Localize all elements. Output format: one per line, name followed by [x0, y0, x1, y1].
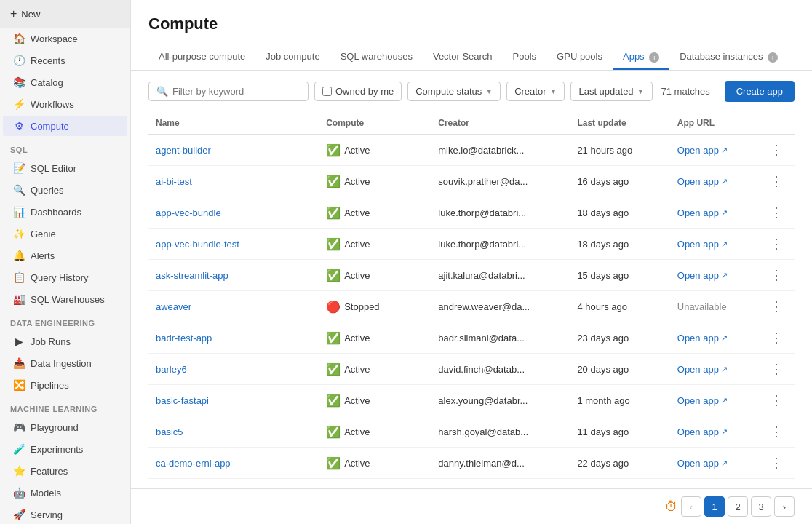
owned-by-me-checkbox[interactable]	[322, 87, 332, 96]
open-app-link[interactable]: Open app ↗	[677, 270, 751, 281]
sidebar-item-dashboards[interactable]: 📊 Dashboards	[3, 202, 127, 222]
app-name-link[interactable]: agent-builder	[156, 145, 211, 156]
creator-label: Creator	[514, 86, 546, 97]
sidebar-item-job-runs[interactable]: ▶ Job Runs	[3, 331, 127, 352]
page-3-button[interactable]: 3	[751, 496, 771, 517]
app-name-link[interactable]: ca-demo-erni-app	[156, 458, 231, 469]
sidebar-item-recents[interactable]: 🕐 Recents	[3, 50, 127, 71]
tab-sql-warehouses[interactable]: SQL warehouses	[330, 45, 423, 70]
prev-page-button[interactable]: ‹	[681, 496, 701, 517]
sidebar-item-serving[interactable]: 🚀 Serving	[3, 504, 127, 524]
compute-status-filter[interactable]: Compute status ▼	[407, 82, 501, 101]
sidebar-item-queries[interactable]: 🔍 Queries	[3, 180, 127, 200]
app-url-cell: Open app ↗	[670, 322, 758, 354]
app-name-link[interactable]: ai-bi-test	[156, 176, 192, 187]
sidebar-item-alerts[interactable]: 🔔 Alerts	[3, 245, 127, 266]
open-app-link[interactable]: Open app ↗	[677, 176, 751, 187]
sql-editor-icon: 📝	[13, 162, 25, 174]
sidebar-item-data-ingestion[interactable]: 📥 Data Ingestion	[3, 353, 127, 373]
sidebar-item-compute[interactable]: ⚙ Compute	[3, 116, 127, 136]
playground-icon: 🎮	[13, 421, 25, 433]
sidebar-item-experiments[interactable]: 🧪 Experiments	[3, 439, 127, 459]
sidebar-item-workflows[interactable]: ⚡ Workflows	[3, 94, 127, 114]
open-app-link[interactable]: Open app ↗	[677, 364, 751, 375]
open-app-link[interactable]: Open app ↗	[677, 458, 751, 469]
sidebar-item-query-history[interactable]: 📋 Query History	[3, 267, 127, 287]
new-button[interactable]: + New	[0, 0, 130, 28]
tab-apps[interactable]: Apps i	[613, 45, 669, 70]
sidebar-item-label: Workspace	[31, 33, 78, 44]
sidebar-item-label: Playground	[31, 422, 79, 433]
open-app-link[interactable]: Open app ↗	[677, 239, 751, 250]
create-app-button[interactable]: Create app	[725, 81, 795, 102]
row-more-button[interactable]: ⋮	[765, 172, 787, 191]
apps-info-icon[interactable]: i	[649, 52, 659, 63]
sidebar-item-sql-warehouses[interactable]: 🏭 SQL Warehouses	[3, 289, 127, 309]
database-instances-info-icon[interactable]: i	[768, 52, 778, 63]
compute-status-text: Active	[344, 270, 370, 281]
tab-all-purpose[interactable]: All-purpose compute	[148, 45, 255, 70]
features-icon: ⭐	[13, 465, 25, 477]
row-actions-cell: ⋮	[758, 479, 795, 489]
page-2-button[interactable]: 2	[728, 496, 748, 517]
row-more-button[interactable]: ⋮	[765, 422, 787, 441]
app-name-link[interactable]: badr-test-app	[156, 333, 212, 344]
app-name-link[interactable]: basic-fastapi	[156, 395, 209, 406]
open-app-link[interactable]: Open app ↗	[677, 145, 751, 156]
pagination: ⏱ ‹ 1 2 3 ›	[131, 488, 812, 524]
creator-cell: mike.lo@databrick...	[431, 135, 570, 166]
last-updated-label: Last updated	[578, 86, 633, 97]
row-more-button[interactable]: ⋮	[765, 297, 787, 316]
creator-filter[interactable]: Creator ▼	[506, 82, 565, 101]
tab-database-instances[interactable]: Database instances i	[669, 45, 788, 70]
tab-vector-search[interactable]: Vector Search	[423, 45, 503, 70]
row-actions-cell: ⋮	[758, 385, 795, 416]
compute-status-cell: 🔴 Stopped	[326, 300, 423, 314]
app-name-link[interactable]: aweaver	[156, 301, 191, 312]
row-more-button[interactable]: ⋮	[765, 203, 787, 222]
page-1-button[interactable]: 1	[704, 496, 725, 517]
search-input[interactable]	[172, 86, 300, 97]
sidebar-item-workspace[interactable]: 🏠 Workspace	[3, 28, 127, 49]
app-url-cell: Open app ↗	[670, 229, 758, 260]
open-app-link[interactable]: Open app ↗	[677, 395, 751, 406]
row-more-button[interactable]: ⋮	[765, 328, 787, 347]
sidebar-item-playground[interactable]: 🎮 Playground	[3, 417, 127, 437]
dashboards-icon: 📊	[13, 206, 25, 218]
sidebar-item-sql-editor[interactable]: 📝 SQL Editor	[3, 158, 127, 178]
stopped-status-icon: 🔴	[326, 300, 341, 314]
sidebar-item-pipelines[interactable]: 🔀 Pipelines	[3, 375, 127, 395]
row-more-button[interactable]: ⋮	[765, 234, 787, 253]
sidebar-item-features[interactable]: ⭐ Features	[3, 461, 127, 481]
app-name-link[interactable]: app-vec-bundle	[156, 207, 221, 218]
row-more-button[interactable]: ⋮	[765, 266, 787, 285]
sidebar-item-label: SQL Editor	[31, 163, 76, 174]
sidebar-item-genie[interactable]: ✨ Genie	[3, 223, 127, 244]
row-actions-cell: ⋮	[758, 166, 795, 197]
sidebar-item-label: Job Runs	[31, 336, 71, 347]
app-name-link[interactable]: basic5	[156, 426, 183, 437]
next-page-button[interactable]: ›	[774, 496, 795, 517]
sidebar-item-catalog[interactable]: 📚 Catalog	[3, 72, 127, 92]
tab-pools[interactable]: Pools	[503, 45, 547, 70]
row-more-button[interactable]: ⋮	[765, 360, 787, 378]
row-more-button[interactable]: ⋮	[765, 391, 787, 410]
app-name-link[interactable]: app-vec-bundle-test	[156, 239, 239, 250]
tab-job-compute[interactable]: Job compute	[255, 45, 330, 70]
compute-status-cell: ✅ Active	[326, 206, 423, 220]
app-name-link[interactable]: barley6	[156, 364, 187, 375]
workspace-icon: 🏠	[13, 33, 25, 44]
search-box[interactable]: 🔍	[148, 82, 309, 101]
last-update-cell: 16 days ago	[570, 166, 669, 197]
tab-gpu-pools[interactable]: GPU pools	[546, 45, 613, 70]
sidebar-item-models[interactable]: 🤖 Models	[3, 483, 127, 503]
last-updated-filter[interactable]: Last updated ▼	[570, 82, 652, 101]
active-status-icon: ✅	[326, 175, 341, 188]
open-app-link[interactable]: Open app ↗	[677, 207, 751, 218]
owned-by-me-filter[interactable]: Owned by me	[314, 82, 402, 101]
row-more-button[interactable]: ⋮	[765, 140, 787, 159]
open-app-link[interactable]: Open app ↗	[677, 333, 751, 344]
row-more-button[interactable]: ⋮	[765, 453, 787, 472]
app-name-link[interactable]: ask-streamlit-app	[156, 270, 228, 281]
open-app-link[interactable]: Open app ↗	[677, 426, 751, 437]
